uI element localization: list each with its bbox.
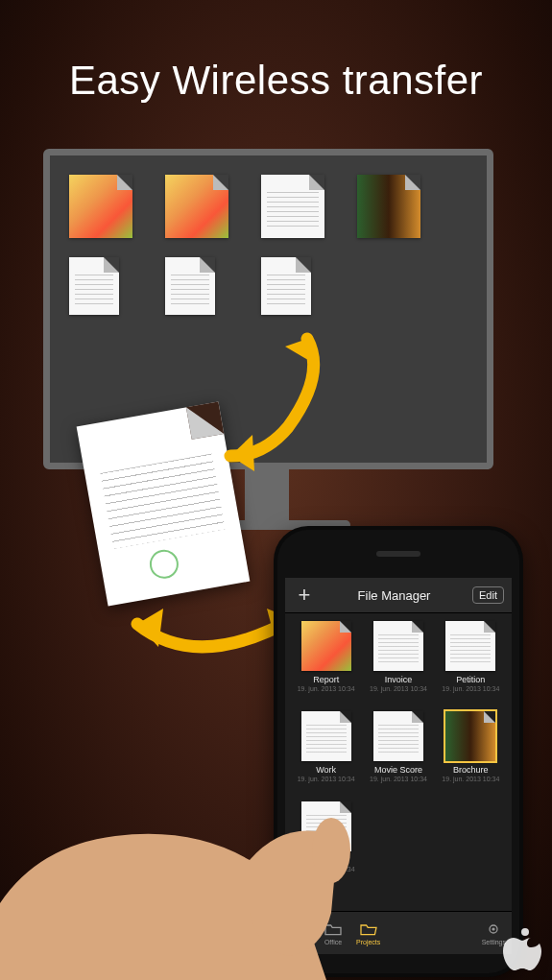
desktop-file-grid	[69, 175, 424, 315]
file-date: 19. jun. 2013 10:34	[298, 685, 355, 692]
watermark-logo	[498, 926, 546, 974]
desktop-thumb	[357, 175, 420, 238]
tab-label: Projects	[356, 939, 380, 945]
home-icon	[291, 924, 310, 940]
tab-bar: Office Projects Settings	[285, 911, 512, 954]
folder-open-icon	[359, 921, 378, 937]
file-date: 19. jun. 2013 10:34	[370, 685, 427, 692]
file-thumb	[373, 621, 423, 671]
file-thumb	[445, 711, 495, 761]
file-item[interactable]: Invoice19. jun. 2013 10:34	[365, 621, 431, 705]
svg-point-3	[521, 928, 529, 936]
app-title: File Manager	[358, 588, 431, 603]
file-thumb	[301, 621, 351, 671]
file-name: Invoice	[385, 675, 413, 684]
file-name: Work	[316, 765, 336, 775]
file-thumb	[301, 801, 351, 851]
file-name: Contract	[310, 855, 343, 865]
file-date: 19. jun. 2013 10:34	[298, 866, 355, 872]
add-button[interactable]: +	[293, 583, 316, 608]
file-item[interactable]: Movie Score19. jun. 2013 10:34	[365, 711, 431, 796]
tab-home[interactable]	[291, 924, 310, 942]
file-thumb	[373, 711, 423, 761]
file-item[interactable]: Contract19. jun. 2013 10:34	[293, 801, 359, 886]
edit-button[interactable]: Edit	[472, 586, 504, 604]
desktop-thumb	[261, 175, 324, 238]
file-name: Petition	[456, 675, 485, 684]
file-grid: Report19. jun. 2013 10:34Invoice19. jun.…	[285, 613, 512, 911]
file-item[interactable]: Brochure19. jun. 2013 10:34	[438, 711, 504, 796]
headline: Easy Wireless transfer	[0, 58, 552, 104]
file-item[interactable]: Report19. jun. 2013 10:34	[293, 621, 359, 705]
svg-point-1	[492, 927, 495, 930]
file-item[interactable]: Work19. jun. 2013 10:34	[293, 711, 359, 796]
phone-screen: + File Manager Edit Report19. jun. 2013 …	[285, 578, 512, 954]
tab-label: Office	[324, 939, 342, 945]
file-thumb	[445, 621, 495, 671]
phone-speaker	[376, 551, 420, 557]
phone-device: + File Manager Edit Report19. jun. 2013 …	[274, 526, 523, 977]
tab-office[interactable]: Office	[324, 921, 343, 945]
file-date: 19. jun. 2013 10:34	[442, 685, 499, 692]
desktop-thumb	[165, 257, 215, 315]
file-item[interactable]: Petition19. jun. 2013 10:34	[438, 621, 504, 705]
tab-projects[interactable]: Projects	[356, 921, 380, 945]
desktop-thumb	[69, 257, 119, 315]
folder-icon	[324, 921, 343, 937]
file-name: Brochure	[453, 765, 489, 775]
desktop-thumb	[261, 257, 311, 315]
file-thumb	[301, 711, 351, 761]
file-name: Movie Score	[374, 765, 422, 775]
file-name: Report	[313, 675, 339, 684]
desktop-thumb	[165, 175, 228, 238]
app-navbar: + File Manager Edit	[285, 578, 512, 613]
desktop-thumb	[69, 175, 132, 238]
file-date: 19. jun. 2013 10:34	[370, 776, 427, 782]
file-date: 19. jun. 2013 10:34	[298, 776, 355, 782]
file-date: 19. jun. 2013 10:34	[442, 776, 499, 782]
